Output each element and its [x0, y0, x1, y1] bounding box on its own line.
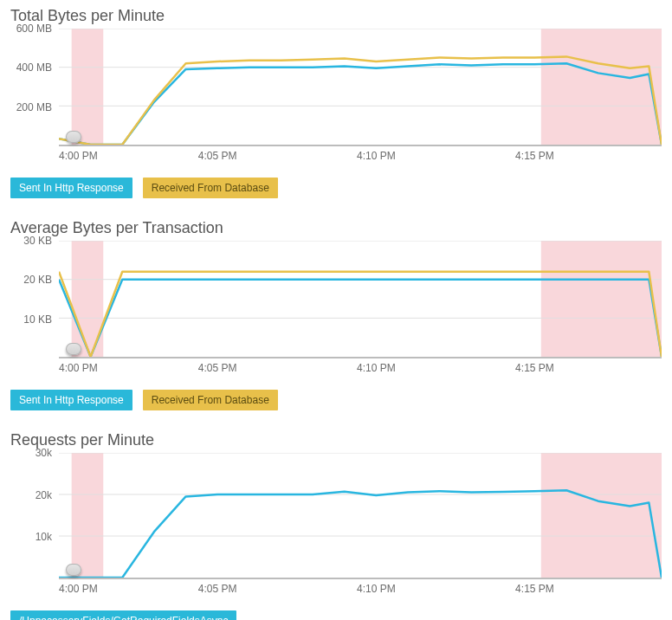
chart-plot-area[interactable]	[59, 241, 662, 358]
chart-plot-area[interactable]	[59, 453, 662, 579]
chart-plot-wrap: 200 MB400 MB600 MB 4:00 PM4:05 PM4:10 PM…	[10, 29, 662, 167]
legend-item-recv[interactable]: Received From Database	[143, 178, 278, 198]
legend-item-endpoint[interactable]: /UnnecessaryFields/GetRequiredFieldsAsyn…	[10, 610, 236, 620]
legend-item-recv[interactable]: Received From Database	[143, 390, 278, 410]
x-tick-label: 4:05 PM	[198, 150, 237, 162]
chart-plot-wrap: 10k20k30k 4:00 PM4:05 PM4:10 PM4:15 PM	[10, 453, 662, 600]
grip-icon[interactable]	[66, 343, 81, 355]
x-tick-label: 4:00 PM	[59, 362, 98, 374]
y-tick-label: 400 MB	[16, 61, 52, 74]
x-tick-label: 4:00 PM	[59, 583, 98, 595]
y-tick-label: 30k	[36, 447, 52, 459]
y-tick-label: 30 KB	[23, 235, 52, 247]
y-tick-label: 10 KB	[23, 313, 52, 326]
x-tick-label: 4:10 PM	[357, 362, 396, 374]
chart-legend: /UnnecessaryFields/GetRequiredFieldsAsyn…	[10, 607, 662, 620]
grip-icon[interactable]	[66, 131, 81, 143]
svg-rect-10	[72, 453, 104, 578]
chart-title: Requests per Minute	[10, 431, 662, 449]
panel-total-bytes: Total Bytes per Minute 200 MB400 MB600 M…	[10, 7, 662, 202]
chart-plot-wrap: 10 KB20 KB30 KB 4:00 PM4:05 PM4:10 PM4:1…	[10, 241, 662, 379]
x-tick-label: 4:05 PM	[198, 583, 237, 595]
legend-item-sent[interactable]: Sent In Http Response	[10, 390, 132, 410]
y-tick-label: 10k	[36, 531, 52, 543]
panel-requests: Requests per Minute 10k20k30k 4:00 PM4:0…	[10, 431, 662, 620]
y-tick-label: 20k	[36, 489, 52, 501]
x-tick-label: 4:15 PM	[515, 362, 554, 374]
svg-rect-6	[541, 241, 662, 357]
x-tick-label: 4:10 PM	[357, 150, 396, 162]
panel-avg-bytes: Average Bytes per Transaction 10 KB20 KB…	[10, 219, 662, 414]
chart-title: Average Bytes per Transaction	[10, 219, 662, 237]
chart-legend: Sent In Http Response Received From Data…	[10, 174, 662, 202]
x-tick-label: 4:00 PM	[59, 150, 98, 162]
svg-rect-0	[72, 29, 104, 145]
chart-plot-area[interactable]	[59, 29, 662, 146]
x-tick-label: 4:15 PM	[515, 150, 554, 162]
y-axis-labels: 10k20k30k	[10, 453, 55, 579]
legend-item-sent[interactable]: Sent In Http Response	[10, 178, 132, 198]
svg-rect-11	[541, 453, 662, 578]
y-tick-label: 600 MB	[16, 23, 52, 35]
x-axis-labels: 4:00 PM4:05 PM4:10 PM4:15 PM	[59, 362, 662, 379]
x-axis-labels: 4:00 PM4:05 PM4:10 PM4:15 PM	[59, 150, 662, 167]
y-axis-labels: 10 KB20 KB30 KB	[10, 241, 55, 358]
chart-legend: Sent In Http Response Received From Data…	[10, 386, 662, 414]
y-axis-labels: 200 MB400 MB600 MB	[10, 29, 55, 146]
chart-title: Total Bytes per Minute	[10, 7, 662, 25]
x-tick-label: 4:05 PM	[198, 362, 237, 374]
grip-icon[interactable]	[66, 564, 81, 576]
x-tick-label: 4:10 PM	[357, 583, 396, 595]
y-tick-label: 200 MB	[16, 101, 52, 113]
x-tick-label: 4:15 PM	[515, 583, 554, 595]
svg-rect-1	[541, 29, 662, 145]
y-tick-label: 20 KB	[23, 274, 52, 286]
x-axis-labels: 4:00 PM4:05 PM4:10 PM4:15 PM	[59, 583, 662, 600]
